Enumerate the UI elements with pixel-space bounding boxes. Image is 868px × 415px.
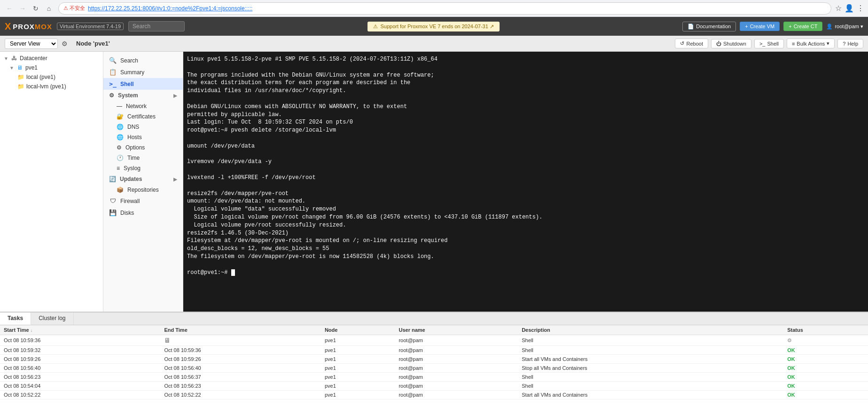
hosts-icon: 🌐 xyxy=(117,134,124,141)
nav-item-search[interactable]: 🔍 Search xyxy=(103,55,183,66)
header-search-input[interactable] xyxy=(128,21,185,31)
doc-icon: 📄 xyxy=(688,23,694,30)
refresh-button[interactable]: ↻ xyxy=(30,3,41,14)
nav-disks-label: Disks xyxy=(120,210,134,216)
col-status[interactable]: Status xyxy=(783,325,868,335)
tasks-table: Start Time ↓ End Time Node User name Des… xyxy=(0,325,868,399)
table-row[interactable]: Oct 08 10:59:32 Oct 08 10:59:36 pve1 roo… xyxy=(0,346,868,355)
nav-section-system[interactable]: ⚙ System ▶ xyxy=(103,90,183,101)
table-row[interactable]: Oct 08 10:59:36 🖥 pve1 root@pam Shell ⚙ xyxy=(0,335,868,346)
tasks-table-wrapper: Start Time ↓ End Time Node User name Des… xyxy=(0,325,868,415)
cell-start-time: Oct 08 10:54:04 xyxy=(0,382,160,391)
col-end-time[interactable]: End Time xyxy=(160,325,321,335)
nav-item-firewall[interactable]: 🛡 Firewall xyxy=(103,195,183,207)
server-view-select[interactable]: Server View xyxy=(5,39,58,49)
table-row[interactable]: Oct 08 10:56:23 Oct 08 10:56:37 pve1 roo… xyxy=(0,373,868,382)
header-right: 📄 Documentation + Create VM + Create CT … xyxy=(682,22,863,31)
cell-description: Shell xyxy=(518,382,783,391)
nav-subsection-system: — Network 🔐 Certificates 🌐 DNS 🌐 Hosts ⚙ xyxy=(103,101,183,173)
updates-chevron: ▶ xyxy=(173,177,177,182)
reboot-label: Reboot xyxy=(686,41,703,47)
updates-section-icon: 🔄 xyxy=(109,176,116,182)
nav-summary-label: Summary xyxy=(120,69,144,76)
nav-item-repositories[interactable]: 📦 Repositories xyxy=(111,185,183,195)
nav-item-summary[interactable]: 📋 Summary xyxy=(103,66,183,78)
profile-icon[interactable]: 👤 xyxy=(845,4,854,13)
nav-item-options[interactable]: ⚙ Options xyxy=(111,142,183,153)
sub-header-actions: ↺ Reboot ⏻ Shutdown >_ Shell ≡ Bulk Acti… xyxy=(675,39,863,48)
menu-icon[interactable]: ⋮ xyxy=(857,4,864,13)
table-row[interactable]: Oct 08 10:52:22 Oct 08 10:52:22 pve1 roo… xyxy=(0,391,868,399)
system-icon: ⚙ xyxy=(109,92,114,99)
bottom-panel: Tasks Cluster log Start Time ↓ End Time … xyxy=(0,312,868,415)
insecure-indicator: ⚠ 不安全 xyxy=(63,5,85,12)
table-row[interactable]: Oct 08 10:59:26 Oct 08 10:59:26 pve1 roo… xyxy=(0,355,868,364)
certificates-icon: 🔐 xyxy=(117,113,124,120)
nav-item-network[interactable]: — Network xyxy=(111,101,183,111)
bookmark-icon[interactable]: ☆ xyxy=(835,4,842,13)
nav-item-hosts[interactable]: 🌐 Hosts xyxy=(111,132,183,142)
table-header-row: Start Time ↓ End Time Node User name Des… xyxy=(0,325,868,335)
nav-item-shell[interactable]: >_ Shell xyxy=(103,78,183,90)
cell-description: Shell xyxy=(518,346,783,355)
shutdown-button[interactable]: ⏻ Shutdown xyxy=(711,39,751,48)
tab-tasks[interactable]: Tasks xyxy=(0,313,31,325)
cell-start-time: Oct 08 10:56:40 xyxy=(0,364,160,373)
cell-end-time: 🖥 xyxy=(160,335,321,346)
cell-end-time: Oct 08 10:52:22 xyxy=(160,391,321,399)
cell-start-time: Oct 08 10:59:36 xyxy=(0,335,160,346)
back-button[interactable]: ← xyxy=(4,3,15,14)
nav-item-disks[interactable]: 💾 Disks xyxy=(103,207,183,219)
nav-dns-label: DNS xyxy=(127,124,139,130)
nav-item-dns[interactable]: 🌐 DNS xyxy=(111,122,183,132)
sidebar-item-datacenter[interactable]: ▼ 🖧 Datacenter xyxy=(0,54,103,63)
terminal-area[interactable]: Linux pve1 5.15.158-2-pve #1 SMP PVE 5.1… xyxy=(183,52,868,312)
forward-button[interactable]: → xyxy=(17,3,28,14)
col-node[interactable]: Node xyxy=(321,325,395,335)
browser-actions: ☆ 👤 ⋮ xyxy=(835,4,864,13)
nav-item-certificates[interactable]: 🔐 Certificates xyxy=(111,111,183,122)
create-vm-label: Create VM xyxy=(750,23,775,29)
documentation-button[interactable]: 📄 Documentation xyxy=(682,22,736,31)
table-row[interactable]: Oct 08 10:54:04 Oct 08 10:56:23 pve1 roo… xyxy=(0,382,868,391)
col-user-name[interactable]: User name xyxy=(395,325,518,335)
node-title: Node 'pve1' xyxy=(71,40,671,47)
cell-end-time: Oct 08 10:56:23 xyxy=(160,382,321,391)
sidebar-item-pve1[interactable]: ▼ 🖥 pve1 xyxy=(0,63,103,72)
help-button[interactable]: ? Help xyxy=(837,39,863,48)
nav-item-time[interactable]: 🕐 Time xyxy=(111,153,183,163)
table-row[interactable]: Oct 08 10:56:40 Oct 08 10:56:40 pve1 roo… xyxy=(0,364,868,373)
col-start-time[interactable]: Start Time ↓ xyxy=(0,325,160,335)
user-menu-button[interactable]: 👤 root@pam ▾ xyxy=(826,23,863,30)
sidebar-item-local-pve1[interactable]: 📁 local (pve1) xyxy=(0,72,103,82)
shell-nav-icon: >_ xyxy=(109,80,117,87)
nav-firewall-label: Firewall xyxy=(120,198,140,204)
col-description[interactable]: Description xyxy=(518,325,783,335)
reboot-button[interactable]: ↺ Reboot xyxy=(675,39,708,48)
warning-banner[interactable]: ⚠ Support for Proxmox VE 7 ends on 2024-… xyxy=(368,22,499,31)
cell-status: ⚙ xyxy=(783,335,868,346)
browser-bar: ← → ↻ ⌂ ⚠ 不安全 https://172.22.25.251:8006… xyxy=(0,0,868,17)
datacenter-icon: 🖧 xyxy=(10,55,18,62)
sort-icon: ↓ xyxy=(31,328,33,333)
tab-cluster-log[interactable]: Cluster log xyxy=(31,313,73,325)
home-button[interactable]: ⌂ xyxy=(43,3,55,14)
create-vm-button[interactable]: + Create VM xyxy=(740,22,780,31)
create-ct-button[interactable]: + Create CT xyxy=(783,22,822,31)
nav-options-label: Options xyxy=(125,144,145,151)
options-icon: ⚙ xyxy=(117,144,122,151)
nav-shell-label: Shell xyxy=(120,81,134,87)
gear-button[interactable]: ⚙ xyxy=(62,40,68,47)
shell-button[interactable]: >_ Shell xyxy=(754,39,784,48)
nav-section-updates[interactable]: 🔄 Updates ▶ xyxy=(103,173,183,185)
bulk-actions-button[interactable]: ≡ Bulk Actions ▾ xyxy=(787,39,835,48)
left-nav: 🔍 Search 📋 Summary >_ Shell ⚙ System ▶ —… xyxy=(103,52,183,312)
bulk-actions-label: Bulk Actions xyxy=(797,41,825,47)
nav-item-syslog[interactable]: ≡ Syslog xyxy=(111,163,183,173)
address-bar[interactable]: ⚠ 不安全 https://172.22.25.251:8006/#v1:0:=… xyxy=(58,2,831,15)
sidebar-item-local-lvm[interactable]: 📁 local-lvm (pve1) xyxy=(0,82,103,91)
header-center: ⚠ Support for Proxmox VE 7 ends on 2024-… xyxy=(189,22,678,31)
cell-node: pve1 xyxy=(321,335,395,346)
cell-start-time: Oct 08 10:59:26 xyxy=(0,355,160,364)
cell-user: root@pam xyxy=(395,346,518,355)
